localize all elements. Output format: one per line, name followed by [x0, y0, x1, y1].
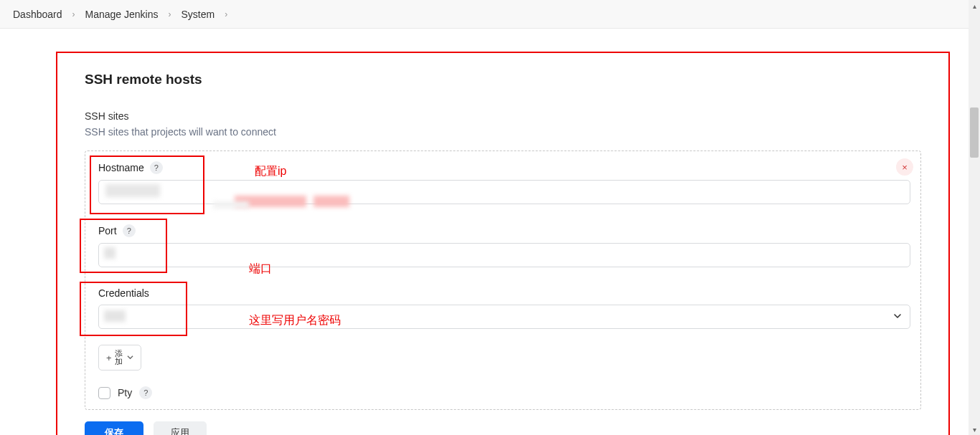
hostname-input[interactable]: [98, 180, 910, 204]
breadcrumb-system[interactable]: System: [178, 4, 217, 24]
port-label: Port ?: [98, 224, 910, 243]
help-icon[interactable]: ?: [123, 224, 136, 237]
apply-button[interactable]: 应用: [154, 421, 207, 435]
action-bar: 保存 应用: [56, 421, 950, 435]
chevron-right-icon: ›: [72, 9, 75, 19]
pty-checkbox[interactable]: [98, 387, 110, 399]
pty-field-row: Pty ?: [98, 386, 910, 399]
vertical-scrollbar[interactable]: ▴ ▾: [969, 0, 980, 435]
credentials-label: Credentials: [98, 287, 910, 305]
caret-down-icon: [127, 353, 133, 362]
redaction-box: [105, 184, 160, 197]
breadcrumb: Dashboard › Manage Jenkins › System ›: [0, 0, 980, 29]
pty-label: Pty: [118, 387, 132, 398]
redaction-box: [314, 196, 349, 207]
scrollbar-thumb[interactable]: [970, 107, 979, 158]
port-input[interactable]: [98, 243, 910, 267]
main-content: SSH remote hosts SSH sites SSH sites tha…: [0, 29, 980, 435]
chevron-right-icon: ›: [225, 9, 227, 19]
chevron-right-icon: ›: [168, 9, 171, 19]
redaction-box: [213, 201, 249, 209]
credentials-select-wrap: [98, 305, 910, 329]
port-label-text: Port: [98, 225, 117, 236]
help-icon[interactable]: ?: [150, 161, 163, 174]
credentials-field-row: Credentials 这里写用户名密码: [98, 287, 910, 329]
breadcrumb-manage-jenkins[interactable]: Manage Jenkins: [83, 4, 161, 24]
add-credentials-button[interactable]: + 添 加: [98, 345, 141, 371]
hostname-label-text: Hostname: [98, 162, 144, 173]
ssh-sites-label: SSH sites: [56, 87, 950, 122]
port-field-row: Port ? 端口: [98, 224, 910, 267]
hostname-field-row: Hostname ? 配置ip: [98, 161, 910, 204]
credentials-select[interactable]: [98, 305, 910, 329]
credentials-label-text: Credentials: [98, 287, 149, 299]
scroll-down-arrow-icon[interactable]: ▾: [969, 424, 980, 435]
ssh-sites-description: SSH sites that projects will want to con…: [56, 122, 950, 138]
ssh-site-entry: × Hostname ? 配置ip Port ? 端: [85, 150, 921, 410]
redaction-box: [104, 310, 126, 322]
redaction-box: [104, 247, 116, 259]
hostname-label: Hostname ?: [98, 161, 910, 180]
add-button-label: 添 加: [115, 350, 123, 365]
section-title: SSH remote hosts: [56, 54, 950, 87]
breadcrumb-dashboard[interactable]: Dashboard: [10, 4, 65, 24]
plus-icon: +: [106, 353, 112, 363]
scroll-up-arrow-icon[interactable]: ▴: [969, 0, 980, 11]
save-button[interactable]: 保存: [85, 421, 143, 435]
help-icon[interactable]: ?: [139, 386, 152, 399]
